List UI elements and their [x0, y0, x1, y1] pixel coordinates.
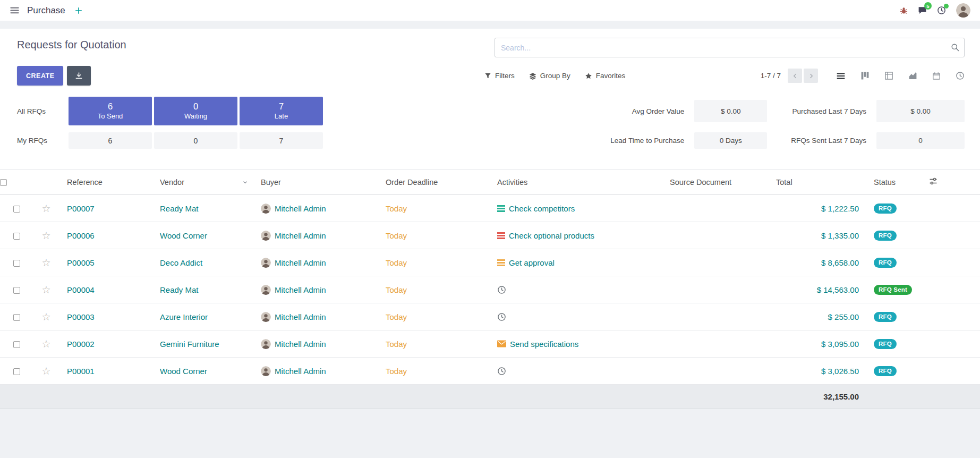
favorite-star-icon[interactable] [41, 203, 50, 214]
buyer-link[interactable]: Mitchell Admin [275, 204, 326, 213]
status-badge: RFQ [874, 312, 897, 322]
column-header-total[interactable]: Total [769, 169, 866, 195]
filters-button[interactable]: Filters [484, 72, 515, 80]
favorite-star-icon[interactable] [41, 257, 50, 268]
messages-button[interactable]: 5 [918, 6, 927, 15]
buyer-link[interactable]: Mitchell Admin [275, 367, 326, 376]
group-by-button[interactable]: Group By [529, 72, 570, 80]
my-rfq-tile[interactable]: 0 [154, 132, 237, 149]
table-row[interactable]: P00005 Deco Addict Mitchell Admin Today … [0, 249, 980, 276]
rfq-dashboard-tile[interactable]: 6 To Send [69, 97, 152, 125]
vendor-link[interactable]: Azure Interior [160, 312, 208, 321]
tile-count: 7 [279, 101, 284, 112]
activity-link[interactable]: Send specifications [510, 340, 578, 349]
vendor-link[interactable]: Wood Corner [160, 367, 207, 376]
optional-columns-icon[interactable] [929, 177, 938, 185]
buyer-link[interactable]: Mitchell Admin [275, 258, 326, 267]
activities-button[interactable] [937, 6, 946, 15]
favorite-star-icon[interactable] [41, 311, 50, 323]
reference-link[interactable]: P00007 [67, 204, 95, 213]
view-calendar-button[interactable] [932, 72, 941, 80]
tile-label: To Send [98, 112, 123, 121]
buyer-link[interactable]: Mitchell Admin [275, 312, 326, 321]
app-menu-button[interactable]: Purchase [27, 5, 65, 16]
stat-label: Purchased Last 7 Days [792, 107, 866, 115]
search-icon[interactable] [951, 43, 959, 52]
create-button[interactable]: CREATE [17, 66, 63, 86]
order-deadline-text: Today [386, 312, 407, 321]
row-checkbox[interactable] [13, 287, 20, 294]
my-rfq-tile[interactable]: 6 [69, 132, 152, 149]
activity-cell[interactable]: Get approval [497, 258, 655, 267]
select-all-checkbox[interactable] [0, 179, 7, 186]
column-header-buyer[interactable]: Buyer [253, 169, 378, 195]
buyer-link[interactable]: Mitchell Admin [275, 285, 326, 294]
activity-cell[interactable]: Check competitors [497, 204, 655, 213]
activity-cell[interactable] [497, 312, 655, 321]
activity-link[interactable]: Check competitors [509, 204, 575, 213]
status-badge: RFQ [874, 258, 897, 268]
reference-link[interactable]: P00005 [67, 258, 95, 267]
row-checkbox[interactable] [13, 314, 20, 321]
table-row[interactable]: P00007 Ready Mat Mitchell Admin Today Ch… [0, 195, 980, 222]
table-row[interactable]: P00001 Wood Corner Mitchell Admin Today … [0, 358, 980, 385]
plus-icon[interactable] [75, 7, 82, 14]
row-checkbox[interactable] [13, 368, 20, 375]
pager-previous-button[interactable] [788, 69, 802, 83]
table-row[interactable]: P00002 Gemini Furniture Mitchell Admin T… [0, 330, 980, 358]
vendor-link[interactable]: Gemini Furniture [160, 340, 219, 349]
export-button[interactable] [67, 66, 91, 86]
row-checkbox[interactable] [13, 233, 20, 240]
column-header-activities[interactable]: Activities [490, 169, 662, 195]
vendor-link[interactable]: Ready Mat [160, 204, 199, 213]
view-pivot-button[interactable] [884, 71, 893, 80]
reference-link[interactable]: P00006 [67, 231, 95, 240]
view-graph-button[interactable] [908, 71, 917, 80]
menu-icon[interactable] [10, 5, 20, 15]
reference-link[interactable]: P00002 [67, 340, 95, 349]
reference-link[interactable]: P00003 [67, 312, 95, 321]
vendor-link[interactable]: Deco Addict [160, 258, 202, 267]
view-list-button[interactable] [836, 71, 846, 81]
search-input[interactable] [495, 38, 965, 57]
table-row[interactable]: P00003 Azure Interior Mitchell Admin Tod… [0, 303, 980, 330]
column-header-order-deadline[interactable]: Order Deadline [378, 169, 490, 195]
column-header-status[interactable]: Status [866, 169, 929, 195]
reference-link[interactable]: P00001 [67, 367, 95, 376]
activity-cell[interactable]: Check optional products [497, 231, 655, 240]
activity-cell[interactable]: Send specifications [497, 340, 655, 349]
favorites-button[interactable]: Favorites [585, 72, 626, 80]
column-header-source-document[interactable]: Source Document [662, 169, 769, 195]
activity-cell[interactable] [497, 285, 655, 294]
column-header-vendor[interactable]: Vendor [152, 169, 253, 195]
order-deadline-text: Today [386, 285, 407, 294]
favorite-star-icon[interactable] [41, 284, 50, 295]
favorite-star-icon[interactable] [41, 338, 50, 350]
pager-value[interactable]: 1-7 / 7 [761, 72, 781, 80]
buyer-link[interactable]: Mitchell Admin [275, 340, 326, 349]
favorite-star-icon[interactable] [41, 366, 50, 377]
my-rfq-tile[interactable]: 7 [240, 132, 323, 149]
rfq-dashboard-tile[interactable]: 7 Late [240, 97, 323, 125]
row-checkbox[interactable] [13, 260, 20, 267]
buyer-link[interactable]: Mitchell Admin [275, 231, 326, 240]
vendor-link[interactable]: Ready Mat [160, 285, 199, 294]
view-activity-button[interactable] [956, 71, 965, 80]
row-checkbox[interactable] [13, 341, 20, 348]
row-checkbox[interactable] [13, 206, 20, 213]
activity-cell[interactable] [497, 367, 655, 376]
view-kanban-button[interactable] [860, 71, 870, 80]
table-row[interactable]: P00004 Ready Mat Mitchell Admin Today $ … [0, 276, 980, 303]
vendor-link[interactable]: Wood Corner [160, 231, 207, 240]
activity-link[interactable]: Get approval [509, 258, 555, 267]
reference-link[interactable]: P00004 [67, 285, 95, 294]
user-avatar[interactable] [956, 3, 970, 18]
favorite-star-icon[interactable] [41, 230, 50, 241]
column-header-reference[interactable]: Reference [59, 169, 152, 195]
rfq-dashboard-tile[interactable]: 0 Waiting [154, 97, 237, 125]
table-row[interactable]: P00006 Wood Corner Mitchell Admin Today … [0, 222, 980, 249]
pager-next-button[interactable] [804, 69, 818, 83]
table-footer-row: 32,155.00 [0, 385, 980, 409]
activity-link[interactable]: Check optional products [509, 231, 594, 240]
bug-icon[interactable] [900, 6, 908, 14]
